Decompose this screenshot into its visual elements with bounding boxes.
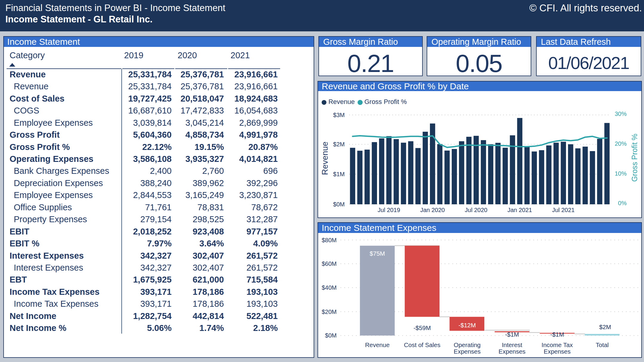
svg-text:Expenses: Expenses [544, 348, 570, 355]
svg-text:$60M: $60M [322, 260, 337, 267]
svg-text:Interest: Interest [502, 341, 522, 348]
svg-text:Income Tax: Income Tax [541, 341, 573, 348]
svg-text:$2M: $2M [333, 141, 345, 148]
svg-text:Jul 2021: Jul 2021 [552, 207, 575, 213]
svg-text:Cost of Sales: Cost of Sales [404, 341, 440, 348]
svg-text:$75M: $75M [370, 250, 385, 257]
svg-text:$0M: $0M [333, 201, 345, 208]
svg-text:$40M: $40M [322, 284, 337, 291]
svg-text:0%: 0% [618, 200, 627, 206]
svg-text:Jan 2021: Jan 2021 [507, 207, 532, 213]
svg-text:Operating: Operating [454, 341, 480, 348]
svg-text:Revenue: Revenue [320, 142, 329, 175]
svg-text:30%: 30% [615, 111, 627, 117]
svg-text:20%: 20% [615, 140, 627, 147]
svg-text:$1M: $1M [333, 171, 345, 177]
svg-text:Revenue: Revenue [328, 98, 355, 105]
svg-text:Revenue: Revenue [365, 341, 390, 348]
svg-text:$3M: $3M [333, 112, 345, 118]
svg-text:Jul 2019: Jul 2019 [378, 207, 400, 213]
svg-text:Jul 2020: Jul 2020 [465, 207, 488, 213]
svg-text:Jan 2020: Jan 2020 [420, 207, 445, 213]
svg-text:Gross Profit %: Gross Profit % [630, 134, 639, 182]
svg-text:10%: 10% [615, 170, 627, 177]
svg-text:-$1M: -$1M [550, 331, 564, 338]
svg-text:Expenses: Expenses [499, 348, 526, 355]
svg-text:$20M: $20M [322, 309, 337, 315]
svg-text:-$1M: -$1M [505, 331, 519, 338]
svg-text:-$12M: -$12M [458, 322, 476, 329]
svg-text:Expenses: Expenses [454, 348, 480, 355]
svg-text:-$59M: -$59M [413, 324, 431, 331]
svg-text:$80M: $80M [322, 237, 337, 243]
svg-text:$0M: $0M [325, 332, 337, 339]
svg-text:Gross Profit %: Gross Profit % [364, 98, 407, 105]
svg-text:$2M: $2M [599, 323, 611, 330]
svg-text:Total: Total [596, 341, 609, 348]
